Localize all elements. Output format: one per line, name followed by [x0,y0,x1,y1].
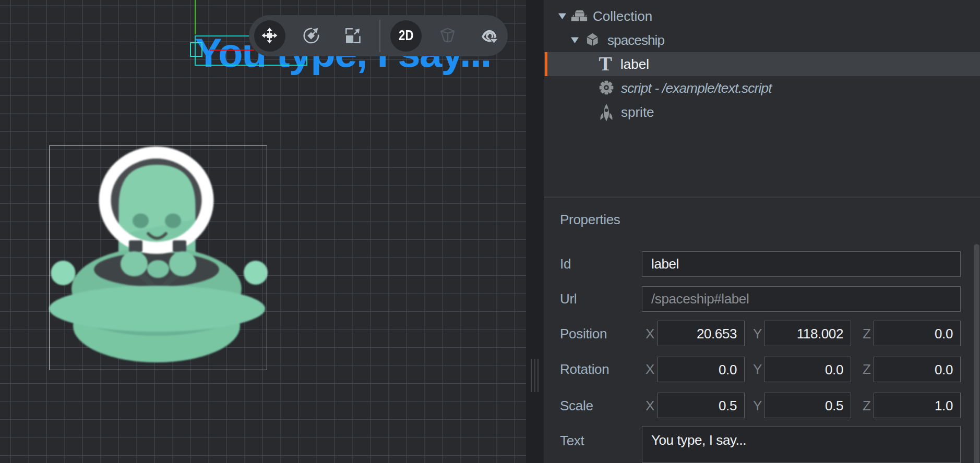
svg-text:T: T [599,53,612,75]
